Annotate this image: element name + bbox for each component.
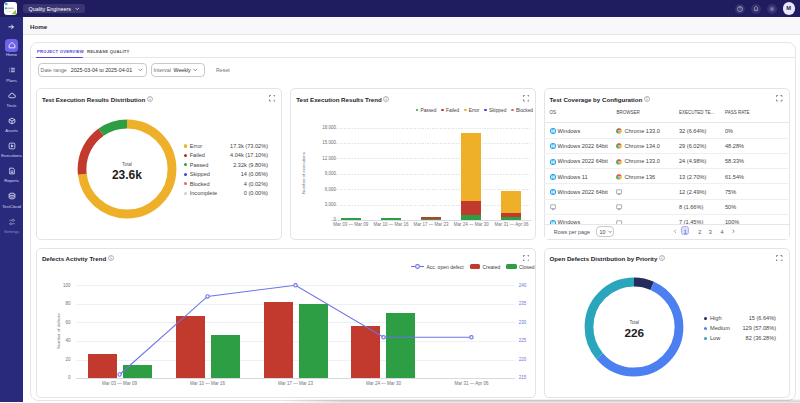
svg-text:?: ? — [738, 7, 740, 11]
